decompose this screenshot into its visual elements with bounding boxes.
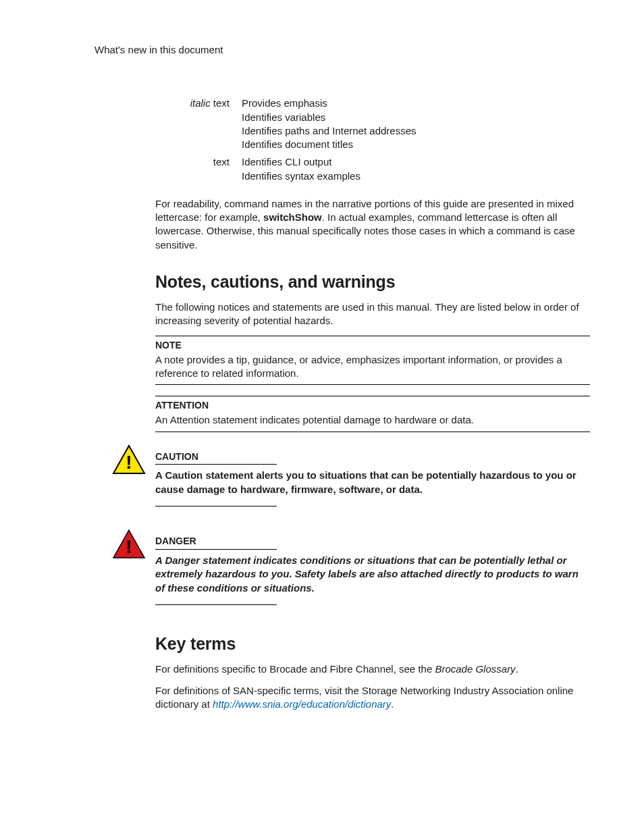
desc-line: Identifies CLI output xyxy=(242,155,417,169)
running-header: What's new in this document xyxy=(95,43,590,57)
attention-title: ATTENTION xyxy=(155,399,590,412)
snia-link[interactable]: http://www.snia.org/education/dictionary xyxy=(213,698,391,710)
body-content: For readability, command names in the na… xyxy=(155,197,590,712)
caution-content: CAUTION A Caution statement alerts you t… xyxy=(155,443,590,511)
table-row: italic text Provides emphasis Identifies… xyxy=(155,95,429,153)
label-italic: italic xyxy=(190,97,211,109)
danger-content: DANGER A Danger statement indicates cond… xyxy=(155,527,590,608)
danger-rule xyxy=(155,604,277,605)
conventions-table: italic text Provides emphasis Identifies… xyxy=(155,95,429,185)
table-row: text Identifies CLI output Identifies sy… xyxy=(155,153,429,185)
command-name: switchShow xyxy=(263,211,322,223)
text-span: For definitions specific to Brocade and … xyxy=(155,663,435,675)
caution-body: A Caution statement alerts you to situat… xyxy=(155,469,590,496)
notes-intro: The following notices and statements are… xyxy=(155,301,590,328)
text-span: . xyxy=(391,698,394,710)
section-heading-keyterms: Key terms xyxy=(155,633,590,656)
convention-desc: Identifies CLI output Identifies syntax … xyxy=(242,153,429,185)
danger-title: DANGER xyxy=(155,535,277,550)
desc-line: Identifies document titles xyxy=(242,138,417,151)
danger-icon: ! xyxy=(112,527,146,559)
label-rest: text xyxy=(213,156,230,167)
label-rest: text xyxy=(211,97,230,109)
section-heading-notes: Notes, cautions, and warnings xyxy=(155,271,590,294)
desc-line: Identifies variables xyxy=(242,111,417,124)
caution-icon: ! xyxy=(112,443,146,475)
convention-desc: Provides emphasis Identifies variables I… xyxy=(242,95,429,153)
danger-body: A Danger statement indicates conditions … xyxy=(155,554,590,595)
desc-line: Provides emphasis xyxy=(242,97,417,110)
page: What's new in this document italic text … xyxy=(0,0,644,712)
note-title: NOTE xyxy=(155,339,590,352)
note-block: NOTE A note provides a tip, guidance, or… xyxy=(155,336,590,385)
caution-block: ! CAUTION A Caution statement alerts you… xyxy=(155,443,590,511)
convention-label: italic text xyxy=(155,95,242,153)
readability-paragraph: For readability, command names in the na… xyxy=(155,197,590,252)
attention-body: An Attention statement indicates potenti… xyxy=(155,413,590,427)
caution-rule xyxy=(155,506,277,506)
text-span: . xyxy=(516,663,518,675)
danger-block: ! DANGER A Danger statement indicates co… xyxy=(155,527,590,608)
doc-title: Brocade Glossary xyxy=(435,663,515,675)
attention-block: ATTENTION An Attention statement indicat… xyxy=(155,396,590,432)
svg-text:!: ! xyxy=(126,536,132,557)
note-body: A note provides a tip, guidance, or advi… xyxy=(155,353,590,381)
svg-text:!: ! xyxy=(126,452,132,473)
convention-label: text xyxy=(155,153,242,185)
desc-line: Identifies paths and Internet addresses xyxy=(242,124,417,138)
keyterms-p1: For definitions specific to Brocade and … xyxy=(155,662,590,676)
caution-title: CAUTION xyxy=(155,450,277,465)
desc-line: Identifies syntax examples xyxy=(242,170,417,183)
keyterms-p2: For definitions of SAN-specific terms, v… xyxy=(155,684,590,712)
